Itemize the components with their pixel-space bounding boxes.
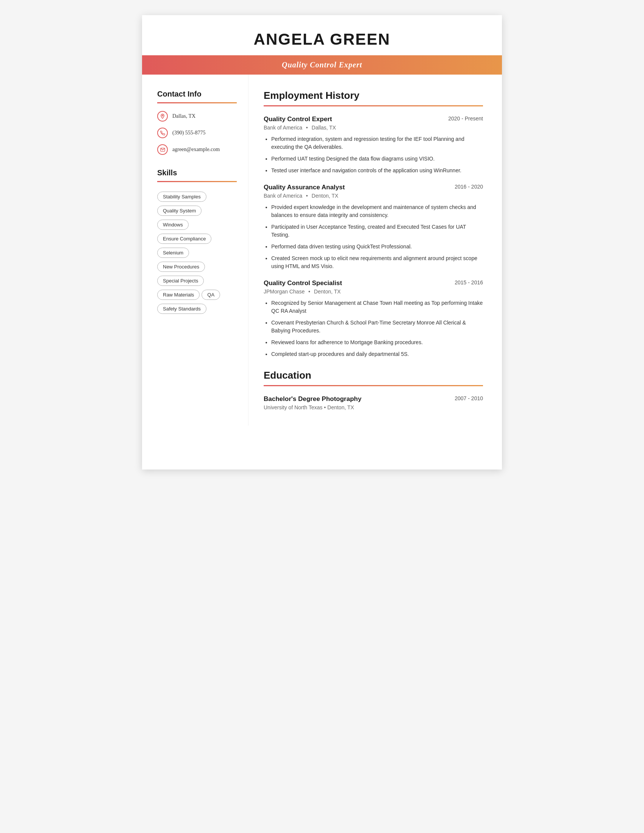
job-bullets: Performed integration, system and regres… xyxy=(264,135,483,175)
job-header: Quality Control Specialist2015 - 2016 xyxy=(264,280,483,287)
job-header: Quality Assurance Analyst2016 - 2020 xyxy=(264,183,483,191)
job-bullet-item: Completed start-up procedures and daily … xyxy=(271,350,483,358)
job-bullet-item: Performed UAT testing Designed the data … xyxy=(271,155,483,163)
job-title: Quality Control Specialist xyxy=(264,280,342,287)
skills-tags-container: Stability SamplesQuality SystemWindowsEn… xyxy=(157,190,237,316)
skills-section-title: Skills xyxy=(157,169,237,177)
skill-tag: Raw Materials xyxy=(157,289,200,300)
contact-location-text: Dallas, TX xyxy=(172,113,195,119)
skill-tag: QA xyxy=(201,289,220,300)
email-icon xyxy=(157,144,168,155)
skill-tag: Ensure Compliance xyxy=(157,234,211,244)
skills-section: Skills Stability SamplesQuality SystemWi… xyxy=(157,169,237,316)
job-bullet-item: Tested user interface and navigation con… xyxy=(271,167,483,175)
contact-section-title: Contact Info xyxy=(157,90,237,98)
edu-header: Bachelor's Degree Photography2007 - 2010 xyxy=(264,395,483,403)
education-section-title: Education xyxy=(264,370,483,381)
skill-tag: Special Projects xyxy=(157,276,204,286)
job-entry: Quality Control Expert2020 - PresentBank… xyxy=(264,116,483,175)
location-icon xyxy=(157,111,168,122)
edu-entry: Bachelor's Degree Photography2007 - 2010… xyxy=(264,395,483,410)
svg-point-0 xyxy=(162,115,163,116)
job-date: 2016 - 2020 xyxy=(455,183,483,190)
resume-wrapper: ANGELA GREEN Quality Control Expert Cont… xyxy=(142,15,502,470)
job-entry: Quality Control Specialist2015 - 2016JPM… xyxy=(264,280,483,358)
resume-body: Contact Info Dallas, TX xyxy=(142,75,502,426)
job-date: 2015 - 2016 xyxy=(455,280,483,286)
contact-phone-text: (390) 555-8775 xyxy=(172,130,206,136)
edu-school: University of North Texas • Denton, TX xyxy=(264,404,483,410)
skills-divider xyxy=(157,181,237,182)
job-date: 2020 - Present xyxy=(448,116,483,122)
edu-degree: Bachelor's Degree Photography xyxy=(264,395,361,403)
employment-section: Employment History Quality Control Exper… xyxy=(264,90,483,358)
job-company: Bank of America • Dallas, TX xyxy=(264,125,483,130)
job-bullet-item: Participated in User Acceptance Testing,… xyxy=(271,223,483,239)
job-bullet-item: Created Screen mock up to elicit new req… xyxy=(271,254,483,270)
job-bullets: Recognized by Senior Management at Chase… xyxy=(264,299,483,358)
contact-section: Contact Info Dallas, TX xyxy=(157,90,237,155)
contact-phone: (390) 555-8775 xyxy=(157,128,237,138)
skill-tag: Safety Standards xyxy=(157,304,206,314)
sidebar: Contact Info Dallas, TX xyxy=(142,75,248,426)
job-bullet-item: Performed data driven testing using Quic… xyxy=(271,243,483,251)
resume-name: ANGELA GREEN xyxy=(165,30,479,48)
employment-divider xyxy=(264,105,483,106)
job-entry: Quality Assurance Analyst2016 - 2020Bank… xyxy=(264,183,483,270)
contact-divider xyxy=(157,102,237,103)
contact-location: Dallas, TX xyxy=(157,111,237,122)
job-title: Quality Assurance Analyst xyxy=(264,183,345,191)
job-bullet-item: Covenant Presbyterian Church & School Pa… xyxy=(271,319,483,335)
contact-email-text: agreen@example.com xyxy=(172,146,220,153)
job-bullets: Provided expert knowledge in the develop… xyxy=(264,203,483,270)
edu-date: 2007 - 2010 xyxy=(455,395,483,401)
jobs-container: Quality Control Expert2020 - PresentBank… xyxy=(264,116,483,358)
education-section: Education Bachelor's Degree Photography2… xyxy=(264,370,483,410)
resume-header: ANGELA GREEN xyxy=(142,15,502,48)
skill-tag: Windows xyxy=(157,220,188,230)
job-bullet-item: Recognized by Senior Management at Chase… xyxy=(271,299,483,315)
resume-title: Quality Control Expert xyxy=(282,61,362,69)
job-title: Quality Control Expert xyxy=(264,116,332,123)
skill-tag: Stability Samples xyxy=(157,191,206,202)
education-divider xyxy=(264,385,483,386)
education-container: Bachelor's Degree Photography2007 - 2010… xyxy=(264,395,483,410)
job-company: Bank of America • Denton, TX xyxy=(264,193,483,199)
job-bullet-item: Performed integration, system and regres… xyxy=(271,135,483,151)
phone-icon xyxy=(157,128,168,138)
job-bullet-item: Reviewed loans for adherence to Mortgage… xyxy=(271,338,483,346)
job-company: JPMorgan Chase • Denton, TX xyxy=(264,288,483,294)
skill-tag: Selenium xyxy=(157,248,189,258)
employment-section-title: Employment History xyxy=(264,90,483,101)
job-bullet-item: Provided expert knowledge in the develop… xyxy=(271,203,483,219)
skill-tag: Quality System xyxy=(157,206,201,216)
job-header: Quality Control Expert2020 - Present xyxy=(264,116,483,123)
contact-email: agreen@example.com xyxy=(157,144,237,155)
main-content: Employment History Quality Control Exper… xyxy=(248,75,502,426)
title-bar: Quality Control Expert xyxy=(142,55,502,75)
skill-tag: New Procedures xyxy=(157,262,205,272)
